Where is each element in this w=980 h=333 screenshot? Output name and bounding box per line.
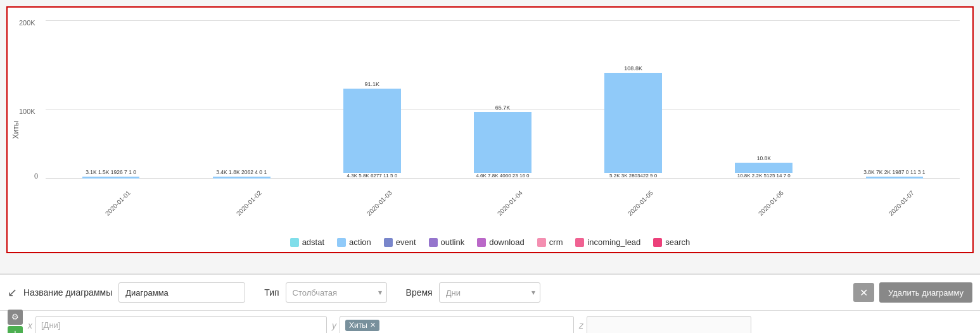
chart-name-label: Название диаграммы (23, 287, 112, 298)
z-axis-input[interactable] (587, 316, 751, 334)
bar-segment-4 (474, 112, 531, 173)
legend-label-search: search (665, 237, 690, 247)
axis-left-icons: ⚙ + (8, 310, 23, 334)
legend-color-outlink (429, 238, 438, 247)
z-letter: z (579, 320, 583, 330)
legend-color-crm (537, 238, 546, 247)
x-label-4: 2020-01-04 (496, 189, 524, 217)
legend-label-incoming-lead: incoming_lead (587, 237, 640, 247)
day-group-4: 65.7K 4.6K 7.8K 4060 23 16 0 2020-01-04 (437, 20, 568, 179)
bar-peak-6: 10.8K (757, 155, 771, 161)
chart-area: 200K 100K 0 3.1K 1.5K 1926 7 1 0 2020-01… (46, 20, 960, 198)
bar-segment-6 (735, 163, 792, 173)
legend-item-outlink: outlink (429, 237, 465, 247)
day-group-5: 108.8K 5.2K 3K 2803422 9 0 2020-01-05 (568, 20, 699, 179)
y-letter: y (332, 320, 336, 330)
legend-item-download: download (477, 237, 525, 247)
legend-color-event (384, 238, 393, 247)
x-label-6: 2020-01-06 (757, 189, 785, 217)
x-label-3: 2020-01-03 (366, 189, 393, 217)
day-group-1: 3.1K 1.5K 1926 7 1 0 2020-01-01 (46, 20, 176, 179)
bottom-section: ↙ Название диаграммы Тип Столбчатая Врем… (0, 273, 980, 333)
y-axis-label: Хиты (11, 121, 20, 139)
chart-panel: Хиты 200K 100K 0 3.1K 1.5K 1926 7 1 0 (6, 6, 974, 253)
bar-peak-5: 108.8K (624, 65, 642, 72)
day-group-6: 10.8K 10.8K 2.2K 5125 14 7 0 2020-01-06 (699, 20, 829, 179)
day-group-3: 91.1K 4.3K 5.8K 6277 11 5 0 2020-01-03 (307, 20, 437, 179)
x-axis-input[interactable] (35, 316, 327, 334)
delete-chart-button[interactable]: Удалить диаграмму (879, 282, 972, 303)
x-label-5: 2020-01-05 (627, 189, 654, 217)
legend-item-adstat: adstat (290, 237, 324, 247)
arrow-icon-button[interactable]: ↙ (8, 287, 17, 298)
delete-area: ✕ Удалить диаграмму (853, 282, 972, 303)
bar-values-6: 10.8K 2.2K 5125 14 7 0 (737, 173, 791, 179)
legend-label-event: event (396, 237, 416, 247)
bar-segment-3 (343, 89, 401, 173)
bar-peak-3: 91.1K (365, 81, 380, 87)
legend-color-incoming-lead (575, 238, 584, 247)
legend-item-incoming-lead: incoming_lead (575, 237, 640, 247)
bar-stack-6: 10.8K 10.8K 2.2K 5125 14 7 0 (728, 155, 799, 179)
bar-segment-2 (213, 177, 270, 179)
bar-segment-5 (604, 73, 662, 173)
legend-color-search (653, 238, 662, 247)
bar-segment-1 (82, 177, 140, 179)
y-label-100k: 100K (19, 108, 35, 115)
legend-label-action: action (349, 237, 371, 247)
add-button[interactable]: + (8, 326, 23, 334)
time-select-wrapper: Дни (439, 282, 540, 303)
bar-stack-4: 65.7K 4.6K 7.8K 4060 23 16 0 (467, 104, 538, 179)
z-axis-field: z (579, 316, 751, 334)
bar-peak-4: 65.7K (495, 104, 511, 111)
day-group-7: 3.8K 7K 2K 1987 0 11 3 1 2020-01-07 (829, 20, 960, 179)
chart-name-input[interactable] (118, 282, 245, 303)
bar-stack-1: 3.1K 1.5K 1926 7 1 0 (75, 169, 146, 179)
time-select[interactable]: Дни (439, 282, 540, 303)
x-label-7: 2020-01-07 (888, 189, 915, 217)
delete-x-button[interactable]: ✕ (853, 283, 874, 302)
bars-area: 3.1K 1.5K 1926 7 1 0 2020-01-01 3.4K 1.8… (46, 20, 960, 179)
bar-values-5: 5.2K 3K 2803422 9 0 (609, 173, 657, 179)
x-letter: x (28, 320, 32, 330)
gear-button[interactable]: ⚙ (8, 310, 23, 325)
bar-values-4: 4.6K 7.8K 4060 23 16 0 (476, 173, 529, 179)
chart-legend: adstat action event outlink download crm (14, 232, 966, 251)
y-tag-label: Хиты (349, 321, 367, 330)
legend-label-download: download (489, 237, 525, 247)
legend-label-crm: crm (549, 237, 563, 247)
y-axis-tag-box[interactable]: Хиты ✕ (340, 316, 574, 334)
legend-item-event: event (384, 237, 416, 247)
bar-values-1: 3.1K 1.5K 1926 7 1 0 (86, 169, 136, 175)
axis-row: ⚙ + x y Хиты ✕ z (0, 310, 980, 333)
legend-label-adstat: adstat (302, 237, 324, 247)
legend-item-search: search (653, 237, 690, 247)
x-axis-field: x (28, 316, 327, 334)
type-select-wrapper: Столбчатая (286, 282, 387, 303)
legend-color-action (337, 238, 346, 247)
y-axis-field: y Хиты ✕ (332, 316, 574, 334)
bar-segment-7 (866, 177, 924, 179)
y-tag-close[interactable]: ✕ (370, 321, 376, 329)
bar-values-3: 4.3K 5.8K 6277 11 5 0 (347, 173, 398, 179)
y-label-0: 0 (34, 172, 38, 180)
day-group-2: 3.4K 1.8K 2062 4 0 1 2020-01-02 (176, 20, 307, 179)
bar-stack-5: 108.8K 5.2K 3K 2803422 9 0 (597, 65, 669, 179)
bar-stack-7: 3.8K 7K 2K 1987 0 11 3 1 (858, 169, 930, 179)
x-label-2: 2020-01-02 (235, 189, 263, 217)
bar-stack-2: 3.4K 1.8K 2062 4 0 1 (206, 169, 277, 179)
y-label-200k: 200K (19, 19, 35, 27)
legend-item-crm: crm (537, 237, 563, 247)
legend-color-download (477, 238, 486, 247)
x-label-1: 2020-01-01 (104, 189, 132, 217)
legend-label-outlink: outlink (441, 237, 465, 247)
time-label: Время (406, 287, 433, 298)
legend-color-adstat (290, 238, 299, 247)
type-label: Тип (264, 287, 279, 298)
left-icons: ↙ (8, 287, 17, 298)
bar-values-2: 3.4K 1.8K 2062 4 0 1 (216, 169, 267, 175)
y-tag: Хиты ✕ (345, 320, 379, 331)
type-select[interactable]: Столбчатая (286, 282, 387, 303)
legend-item-action: action (337, 237, 371, 247)
controls-row: ↙ Название диаграммы Тип Столбчатая Врем… (0, 273, 980, 310)
